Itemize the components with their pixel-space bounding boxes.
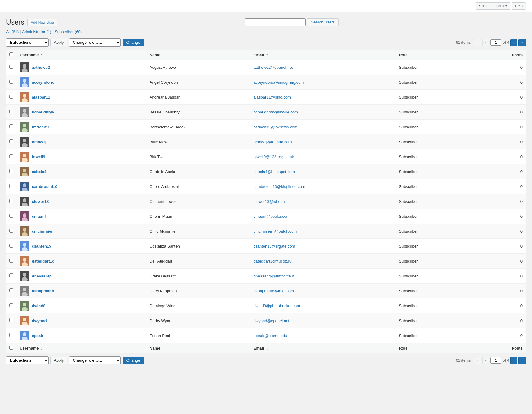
row-checkbox[interactable] <box>9 288 13 292</box>
email-link[interactable]: dknapmanb@intel.com <box>254 289 294 293</box>
email-link[interactable]: btwell9@123-reg.co.uk <box>254 155 294 159</box>
email-link[interactable]: clower18@who.int <box>254 199 286 204</box>
username-link[interactable]: epealr <box>32 333 43 338</box>
row-checkbox[interactable] <box>9 154 13 158</box>
posts-cell: 0 <box>474 328 526 343</box>
username-link[interactable]: clower18 <box>32 199 49 204</box>
current-page-input-bottom[interactable] <box>490 357 501 364</box>
col-footer-username[interactable]: Username ↕ <box>17 343 147 353</box>
change-button-bottom[interactable]: Change <box>123 357 144 364</box>
email-link[interactable]: dbeasantp@tuttocitta.it <box>254 274 294 278</box>
check-all-checkbox-footer[interactable] <box>9 346 13 350</box>
row-checkbox[interactable] <box>9 214 13 218</box>
row-checkbox[interactable] <box>9 244 13 248</box>
email-link[interactable]: bchaudhryk@sbwire.com <box>254 110 298 114</box>
username-link[interactable]: dbeasantp <box>32 274 52 278</box>
username-link[interactable]: aathowe2 <box>32 65 50 70</box>
email-link[interactable]: dateggart1g@ucoz.ru <box>254 259 292 263</box>
email-link[interactable]: csanten15@sfgate.com <box>254 244 295 249</box>
name-cell: Cirilo Mcimmie <box>147 224 250 239</box>
name-cell: Erinna Peal <box>147 328 250 343</box>
prev-page-button-bottom[interactable]: ‹ <box>482 357 489 364</box>
username-cell: epealr <box>17 328 147 343</box>
email-link[interactable]: cabela4@blogspot.com <box>254 169 295 174</box>
email-link[interactable]: acoryndonc@smugmug.com <box>254 80 304 85</box>
email-link[interactable]: cmcimmiem@patch.com <box>254 229 297 234</box>
username-link[interactable]: acoryndonc <box>32 80 54 85</box>
add-new-user-button[interactable]: Add New User <box>27 19 57 26</box>
email-link[interactable]: dwyond@cpanel.net <box>254 318 289 323</box>
first-page-button-top[interactable]: « <box>474 39 482 46</box>
svg-point-4 <box>23 79 26 83</box>
filter-administrator-link[interactable]: Administrator (1) <box>22 30 51 34</box>
row-checkbox[interactable] <box>9 273 13 277</box>
bulk-actions-select-bottom[interactable]: Bulk actions <box>6 356 49 364</box>
email-link[interactable]: dwind8@photobucket.com <box>254 304 300 308</box>
username-link[interactable]: cambrosini10 <box>32 184 57 189</box>
row-checkbox[interactable] <box>9 124 13 128</box>
row-checkbox[interactable] <box>9 259 13 263</box>
username-link[interactable]: csanten15 <box>32 244 51 249</box>
row-checkbox[interactable] <box>9 303 13 307</box>
row-checkbox[interactable] <box>9 199 13 203</box>
row-checkbox[interactable] <box>9 139 13 143</box>
user-avatar <box>20 152 29 162</box>
email-link[interactable]: bmaw1j@taobao.com <box>254 140 292 144</box>
row-checkbox[interactable] <box>9 229 13 233</box>
username-link[interactable]: dateggart1g <box>32 259 54 263</box>
username-link[interactable]: bfidock12 <box>32 125 50 129</box>
bulk-actions-select-top[interactable]: Bulk actions <box>6 38 49 47</box>
filter-subscriber-link[interactable]: Subscriber (60) <box>55 30 82 34</box>
email-link[interactable]: cambrosini10@bloglines.com <box>254 184 305 189</box>
row-checkbox[interactable] <box>9 169 13 173</box>
row-checkbox[interactable] <box>9 95 13 99</box>
search-users-button[interactable]: Search Users <box>307 18 339 26</box>
check-all-checkbox[interactable] <box>9 52 13 56</box>
search-input[interactable] <box>245 18 306 26</box>
email-link[interactable]: aathowe2@cpanel.net <box>254 65 293 70</box>
change-role-select-bottom[interactable]: Change role to... <box>69 356 121 364</box>
prev-page-button-top[interactable]: ‹ <box>482 39 489 46</box>
apply-button-top[interactable]: Apply <box>50 39 67 46</box>
help-button[interactable]: Help <box>512 2 526 10</box>
row-checkbox-cell <box>6 120 17 134</box>
row-checkbox[interactable] <box>9 318 13 322</box>
row-checkbox-cell <box>6 224 17 239</box>
row-checkbox[interactable] <box>9 80 13 84</box>
change-button-top[interactable]: Change <box>123 39 144 46</box>
email-link[interactable]: cmaunf@youku.com <box>254 214 290 219</box>
change-role-select-top[interactable]: Change role to... <box>69 38 121 47</box>
email-link[interactable]: ajaspar11@bing.com <box>254 95 291 99</box>
email-cell: acoryndonc@smugmug.com <box>250 75 396 90</box>
col-footer-email[interactable]: Email ↕ <box>250 343 396 353</box>
username-link[interactable]: bchaudhryk <box>32 110 54 114</box>
username-link[interactable]: dwyond <box>32 318 47 323</box>
username-link[interactable]: cmcimmiem <box>32 229 55 234</box>
email-link[interactable]: bfidock12@foxnews.com <box>254 125 298 129</box>
filter-all-link[interactable]: All (61) <box>6 30 19 34</box>
col-header-email[interactable]: Email ↕ <box>250 50 396 60</box>
username-link[interactable]: bmaw1j <box>32 140 47 144</box>
username-link[interactable]: cmaunf <box>32 214 46 219</box>
username-link[interactable]: dwind8 <box>32 304 46 308</box>
screen-options-button[interactable]: Screen Options ▾ <box>476 2 511 10</box>
first-page-button-bottom[interactable]: « <box>474 357 482 364</box>
row-checkbox[interactable] <box>9 184 13 188</box>
row-checkbox[interactable] <box>9 65 13 69</box>
email-link[interactable]: epealr@upenn.edu <box>254 333 287 338</box>
last-page-button-top[interactable]: » <box>518 39 526 46</box>
row-checkbox[interactable] <box>9 333 13 337</box>
last-page-button-bottom[interactable]: » <box>518 357 526 364</box>
current-page-input-top[interactable] <box>490 39 501 46</box>
col-header-username[interactable]: Username ↕ <box>17 50 147 60</box>
row-checkbox[interactable] <box>9 110 13 113</box>
next-page-button-top[interactable]: › <box>510 39 517 46</box>
username-link[interactable]: btwell9 <box>32 155 45 159</box>
username-link[interactable]: cabela4 <box>32 169 47 174</box>
next-page-button-bottom[interactable]: › <box>510 357 517 364</box>
col-footer-name: Name <box>147 343 250 353</box>
username-link[interactable]: ajaspar11 <box>32 95 50 99</box>
username-cell: clower18 <box>17 194 147 209</box>
apply-button-bottom[interactable]: Apply <box>50 357 67 364</box>
username-link[interactable]: dknapmanb <box>32 289 54 293</box>
